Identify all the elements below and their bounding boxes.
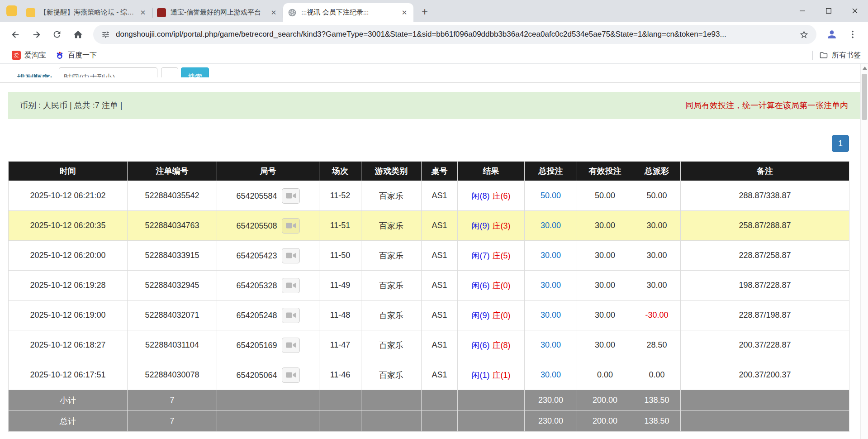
cell-total-bet[interactable]: 30.00 <box>525 241 577 271</box>
video-replay-button[interactable] <box>282 367 300 383</box>
cell-game-type: 百家乐 <box>361 211 422 241</box>
round-number: 654205064 <box>236 370 277 379</box>
dropdown-box[interactable] <box>161 67 178 77</box>
cell-round: 654205169 <box>217 330 319 360</box>
pagination-page-1-button[interactable]: 1 <box>832 135 849 152</box>
round-number: 654205423 <box>236 251 277 260</box>
cell-total-bet[interactable]: 30.00 <box>525 211 577 241</box>
cell-session: 11-52 <box>319 181 361 211</box>
menu-button[interactable] <box>844 25 862 43</box>
cell-total-bet[interactable]: 30.00 <box>525 301 577 330</box>
cell-note: 228.87/258.87 <box>681 241 849 271</box>
page-content: 排列顺序: 搜索 币别 : 人民币 | 总共 :7 注单 | 同局有效投注，统一… <box>0 64 868 439</box>
bookmark-star-icon[interactable] <box>797 28 810 41</box>
header-result: 结果 <box>458 162 525 181</box>
subtotal-valid-bet: 200.00 <box>577 390 633 411</box>
video-replay-button[interactable] <box>282 248 300 263</box>
search-form-clipped: 排列顺序: 搜索 <box>0 64 868 77</box>
cell-empty <box>681 411 849 432</box>
table-row: 2025-10-12 06:20:35522884034763654205508… <box>9 211 849 241</box>
scrollbar-thumb[interactable] <box>862 74 867 120</box>
sort-order-input[interactable] <box>59 67 157 77</box>
scrollbar-up-arrow-icon[interactable] <box>863 67 867 70</box>
profile-button[interactable] <box>823 25 841 43</box>
cell-table-no: AS1 <box>422 181 458 211</box>
header-game-type: 游戏类别 <box>361 162 422 181</box>
cell-game-type: 百家乐 <box>361 360 422 390</box>
cell-bet-id: 522884035542 <box>128 181 217 211</box>
header-round: 局号 <box>217 162 319 181</box>
cell-total-bet[interactable]: 30.00 <box>525 360 577 390</box>
browser-logo-icon <box>6 5 17 16</box>
cell-note: 288.87/338.87 <box>681 181 849 211</box>
header-time: 时间 <box>9 162 128 181</box>
all-bookmarks-button[interactable]: 所有书签 <box>819 51 861 60</box>
close-window-button[interactable] <box>842 0 868 22</box>
table-row: 2025-10-12 06:21:02522884035542654205584… <box>9 181 849 211</box>
cell-payout: 28.50 <box>633 330 681 360</box>
currency-summary-text: 币别 : 人民币 | 总共 :7 注单 | <box>20 100 122 111</box>
cell-result: 闲(8)庄(6) <box>458 181 525 211</box>
home-button[interactable] <box>69 25 87 43</box>
tab-close-icon[interactable]: ✕ <box>138 8 147 17</box>
maximize-button[interactable] <box>816 0 842 22</box>
refresh-button[interactable] <box>48 25 66 43</box>
cell-result: 闲(9)庄(0) <box>458 301 525 330</box>
tab-title: :::视讯 会员下注纪录::: <box>301 8 396 17</box>
cell-bet-id: 522884030078 <box>128 360 217 390</box>
cell-session: 11-47 <box>319 330 361 360</box>
cell-payout: 50.00 <box>633 181 681 211</box>
cell-empty <box>681 390 849 411</box>
search-button[interactable]: 搜索 <box>181 67 209 77</box>
cell-total-bet[interactable]: 30.00 <box>525 271 577 301</box>
globe-favicon-icon <box>288 8 297 17</box>
tab-close-icon[interactable]: ✕ <box>269 8 278 17</box>
video-replay-button[interactable] <box>282 338 300 353</box>
cell-empty <box>361 411 422 432</box>
site-info-icon[interactable] <box>100 29 111 40</box>
browser-tab-2[interactable]: 通宝-信誉最好的网上游戏平台 ✕ <box>152 3 283 22</box>
cell-result: 闲(6)庄(0) <box>458 271 525 301</box>
cell-empty <box>217 411 319 432</box>
video-replay-button[interactable] <box>282 278 300 293</box>
video-replay-button[interactable] <box>282 188 300 204</box>
cell-total-bet[interactable]: 50.00 <box>525 181 577 211</box>
back-button[interactable] <box>6 25 24 43</box>
bookmark-item-baidu[interactable]: 百度一下 <box>51 49 101 62</box>
total-payout: 138.50 <box>633 411 681 432</box>
result-player: 闲(8) <box>472 191 490 200</box>
tab-close-icon[interactable]: ✕ <box>400 8 409 17</box>
minimize-button[interactable] <box>789 0 816 22</box>
cell-total-bet[interactable]: 30.00 <box>525 330 577 360</box>
cell-session: 11-49 <box>319 271 361 301</box>
cell-valid-bet: 50.00 <box>577 181 633 211</box>
table-row: 2025-10-12 06:19:28522884032945654205328… <box>9 271 849 301</box>
result-banker: 庄(8) <box>493 341 511 350</box>
address-bar[interactable]: dongshoujii.com/ipl/portal.php/game/betr… <box>93 25 816 44</box>
result-player: 闲(6) <box>472 281 490 290</box>
video-replay-button[interactable] <box>282 218 300 234</box>
video-replay-button[interactable] <box>282 308 300 323</box>
cell-payout: 30.00 <box>633 211 681 241</box>
cell-note: 198.87/228.87 <box>681 271 849 301</box>
cell-note: 258.87/288.87 <box>681 211 849 241</box>
bookmark-item-taobao[interactable]: 爱 爱淘宝 <box>7 49 51 62</box>
cell-valid-bet: 30.00 <box>577 241 633 271</box>
cell-result: 闲(9)庄(3) <box>458 211 525 241</box>
browser-tab-1[interactable]: 【新提醒】海燕策略论坛 - 综合... ✕ <box>22 3 152 22</box>
cell-time: 2025-10-12 06:21:02 <box>9 181 128 211</box>
cell-valid-bet: 30.00 <box>577 301 633 330</box>
browser-tab-active[interactable]: :::视讯 会员下注纪录::: ✕ <box>283 3 413 22</box>
forward-button[interactable] <box>27 25 45 43</box>
cell-session: 11-48 <box>319 301 361 330</box>
cell-game-type: 百家乐 <box>361 181 422 211</box>
cell-table-no: AS1 <box>422 211 458 241</box>
new-tab-button[interactable]: + <box>417 4 432 19</box>
table-row: 2025-10-12 06:19:00522884032071654205248… <box>9 301 849 330</box>
result-banker: 庄(0) <box>493 311 511 320</box>
cell-empty <box>319 411 361 432</box>
cell-empty <box>458 411 525 432</box>
page-scrollbar[interactable] <box>860 64 868 439</box>
result-player: 闲(6) <box>472 341 490 350</box>
subtotal-count: 7 <box>128 390 217 411</box>
